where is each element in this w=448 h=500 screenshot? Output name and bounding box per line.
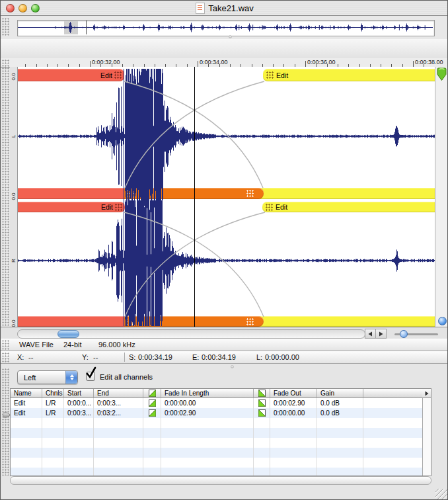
selection-end-label: E: — [192, 353, 199, 361]
pane-splitter-dimple[interactable] — [231, 365, 234, 368]
status-bar-grip[interactable] — [2, 340, 9, 350]
current-row-pointer-icon — [3, 411, 11, 419]
horizontal-scrollbar-row — [1, 327, 448, 339]
column-header-fade-in-length[interactable]: Fade In Length — [161, 389, 254, 397]
cell-end: 0:03:2... — [94, 408, 143, 418]
playhead-cursor[interactable] — [194, 67, 195, 327]
ruler-tick — [305, 61, 306, 67]
fade-in-curve-r[interactable] — [125, 212, 265, 317]
x-label: X: — [17, 353, 24, 361]
green-marker-gem[interactable] — [437, 67, 447, 81]
column-overflow-button[interactable] — [422, 389, 431, 398]
waveform-pane-grip[interactable] — [2, 60, 9, 337]
bit-depth: 24-bit — [63, 341, 82, 349]
cell-fade-in-length: 0:00:02.90 — [161, 408, 254, 418]
empty-table-row[interactable] — [11, 468, 423, 476]
scroll-right-button[interactable] — [375, 329, 387, 339]
ruler-tick — [198, 61, 198, 67]
fade-out-curve-l[interactable] — [124, 81, 263, 188]
window-title: Take21.wav — [208, 3, 254, 13]
column-header-start[interactable]: Start — [64, 389, 94, 397]
empty-table-row[interactable] — [11, 448, 423, 458]
selection-length-label: L: — [256, 353, 262, 361]
overview-waveform[interactable] — [18, 21, 433, 34]
cell-end: 0:00:3... — [94, 398, 143, 408]
fade-in-icon — [149, 409, 156, 417]
window-resize-grip[interactable] — [435, 489, 447, 499]
sample-rate: 96.000 kHz — [98, 341, 135, 349]
cell-fade-out-icon — [254, 408, 270, 418]
fade-in-icon — [149, 399, 156, 407]
cell-fade-in-icon — [143, 408, 161, 418]
empty-table-row[interactable] — [11, 418, 423, 428]
checkmark-icon — [85, 366, 98, 380]
time-ruler[interactable]: 0:00:32.00 0:00:34.00 0:00:36.00 0:00:38… — [1, 58, 448, 67]
table-horizontal-scrollbar[interactable] — [10, 476, 431, 485]
blue-scroll-gem[interactable] — [438, 317, 447, 325]
cell-name: Edit — [11, 408, 42, 418]
title-bar[interactable]: Take21.wav — [1, 1, 448, 16]
column-header-name[interactable]: Name — [11, 389, 42, 397]
empty-table-row[interactable] — [11, 428, 423, 438]
scroll-left-button[interactable] — [365, 329, 376, 339]
pane-splitter-dimple[interactable] — [229, 35, 232, 38]
channel-left-label: L — [11, 128, 17, 144]
column-header-fade-out-length[interactable]: Fade Out — [270, 389, 317, 397]
cell-start: 0:00:3... — [64, 408, 94, 418]
cell-filler — [363, 408, 423, 418]
cell-start: 0:00:0... — [64, 398, 94, 408]
channel-right-label: R — [11, 253, 17, 269]
vertical-scroll-column[interactable] — [435, 67, 448, 327]
fade-out-icon — [258, 409, 266, 417]
column-header-gain[interactable]: Gain — [317, 389, 363, 397]
cell-fade-in-icon — [143, 398, 161, 408]
fade-in-icon — [149, 390, 156, 397]
table-row[interactable]: Edit L/R 0:00:3... 0:03:2... 0:00:02.90 … — [11, 408, 423, 418]
fade-out-icon — [258, 390, 266, 397]
cell-fade-in-length: 0:00:00.00 — [161, 398, 254, 408]
popup-stepper-icon — [65, 371, 77, 384]
zoom-slider-thumb[interactable] — [400, 330, 408, 338]
selection-info-bar: X: -- Y: -- S: 0:00:34.19 E: 0:00:34.19 … — [1, 351, 448, 364]
y-label: Y: — [82, 353, 89, 361]
selection-start-label: S: — [129, 353, 135, 361]
arrow-right-icon — [425, 391, 429, 396]
cell-fade-out-icon — [254, 398, 270, 408]
ruler-label: 0:00:32.00 — [92, 59, 120, 65]
table-vertical-scrollbar[interactable] — [422, 389, 431, 476]
scale-label: 0.0 — [11, 69, 17, 85]
column-header-end[interactable]: End — [94, 389, 143, 397]
overview-pane-grip[interactable] — [2, 18, 9, 36]
panel-grip[interactable] — [2, 368, 9, 476]
status-divider — [124, 353, 125, 362]
overview-waveform-box[interactable] — [17, 20, 435, 36]
y-value: -- — [93, 353, 98, 361]
status-bar-grip[interactable] — [2, 353, 9, 362]
cell-chnls: L/R — [42, 398, 64, 408]
x-value: -- — [28, 353, 33, 361]
selection-length-value: 0:00:00.00 — [265, 353, 299, 361]
app-window: Take21.wav 0:00:44.81 — [0, 0, 448, 500]
column-header-fade-in[interactable] — [143, 389, 161, 397]
column-header-chnls[interactable]: Chnls — [42, 389, 64, 397]
cell-chnls: L/R — [42, 408, 64, 418]
edit-list-panel: Left Edit all channels Name Chnls Start … — [1, 364, 448, 500]
cell-fade-out: 0:00:00.00 — [270, 408, 317, 418]
crossfade-curves — [18, 67, 435, 327]
channel-select-popup[interactable]: Left — [17, 370, 78, 384]
ruler-label: 0:00:38.00 — [415, 59, 443, 65]
horizontal-scrollbar-thumb[interactable] — [57, 330, 79, 338]
cell-gain: 0.0 dB — [317, 408, 363, 418]
edit-all-channels-label: Edit all channels — [100, 373, 153, 381]
table-row[interactable]: Edit L/R 0:00:0... 0:00:3... 0:00:00.00 … — [11, 398, 423, 408]
ruler-label: 0:00:36.00 — [307, 59, 336, 65]
empty-table-row[interactable] — [11, 438, 423, 448]
ruler-tick — [413, 61, 414, 67]
column-header-fade-out[interactable] — [254, 389, 270, 397]
fade-out-icon — [258, 399, 266, 407]
column-header-filler — [363, 389, 423, 397]
document-icon — [196, 3, 205, 14]
arrow-right-icon — [379, 331, 383, 337]
cell-name: Edit — [11, 398, 42, 408]
empty-table-row[interactable] — [11, 458, 423, 468]
